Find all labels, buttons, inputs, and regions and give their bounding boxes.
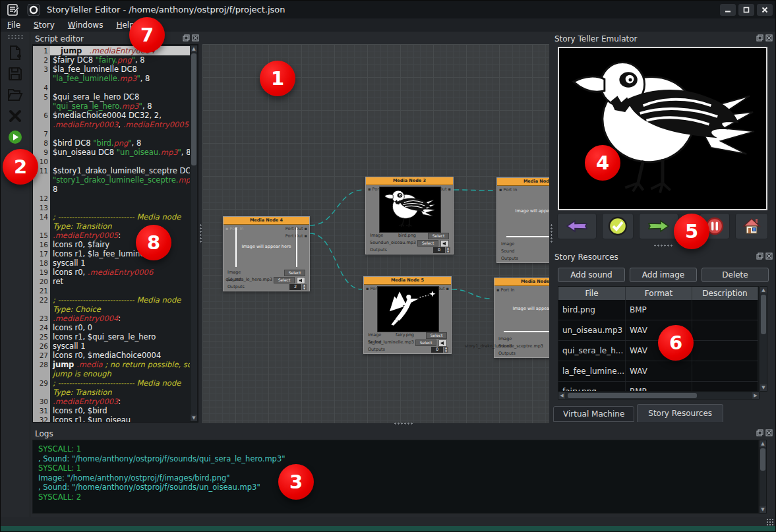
image-select-button[interactable]: Select bbox=[284, 270, 305, 276]
code-line[interactable]: 12 bbox=[33, 194, 190, 203]
node-title[interactable]: Media Node 3 bbox=[366, 177, 453, 185]
code-line[interactable]: 27lcons r0, $mediaChoice0004 bbox=[33, 351, 190, 360]
code-line[interactable]: 10 bbox=[33, 157, 190, 166]
table-row[interactable]: bird.pngBMP bbox=[558, 300, 758, 320]
code-line[interactable]: 11$story1_drako_luminelle_sceptre DC8 bbox=[33, 166, 190, 175]
media-node[interactable]: Media Node 6 ▪ Port In Image will appear… bbox=[494, 278, 549, 358]
menu-file[interactable]: File bbox=[1, 19, 27, 31]
close-icon[interactable] bbox=[765, 429, 773, 436]
close-icon[interactable] bbox=[765, 252, 773, 260]
code-line[interactable]: 28jump .media ; no return possible, so a bbox=[33, 360, 190, 369]
media-node[interactable]: Media Node 3 ▪ Port In Port Out ▪Imagebi… bbox=[365, 177, 454, 254]
node-graph-canvas[interactable]: Media Node 4 ▪ Port In Port Out ▪Port Ou… bbox=[202, 44, 549, 423]
sound-select-button[interactable]: Select bbox=[274, 277, 295, 283]
code-line[interactable]: 29; ---------------------------- Media n… bbox=[33, 378, 190, 388]
code-line[interactable]: "la_fee_luminelle.mp3", 8 bbox=[33, 74, 190, 83]
media-node[interactable]: Media Node 5 ▪ Port In Port Out ▪Imagefa… bbox=[363, 276, 452, 354]
outputs-spinner[interactable]: 0▲▼ bbox=[433, 247, 445, 253]
code-line[interactable]: .mediaEntry0003, .mediaEntry0005 bbox=[33, 120, 190, 129]
add-sound-button[interactable]: Add sound bbox=[558, 268, 625, 282]
title-bar[interactable]: StoryTeller Editor - /home/anthony/ostpr… bbox=[1, 1, 776, 18]
media-node[interactable]: Media Node 2 ▪ Port In Image will appear… bbox=[496, 177, 549, 263]
open-project-button[interactable] bbox=[4, 85, 26, 105]
code-line[interactable]: 4 bbox=[33, 83, 190, 92]
code-line[interactable]: 3$la_fee_luminelle DC8 bbox=[33, 65, 190, 74]
next-button[interactable] bbox=[639, 213, 678, 239]
scroll-left-icon[interactable]: ◀ bbox=[558, 392, 565, 399]
code-line[interactable]: 21 bbox=[33, 286, 190, 295]
code-line[interactable]: jump is enough bbox=[33, 369, 190, 378]
code-line[interactable]: 14; ---------------------------- Media n… bbox=[33, 212, 190, 222]
node-title[interactable]: Media Node 2 bbox=[497, 178, 549, 186]
media-node[interactable]: Media Node 4 ▪ Port In Port Out ▪Port Ou… bbox=[223, 216, 310, 291]
splitter-emulator[interactable] bbox=[653, 244, 673, 247]
scroll-thumb[interactable] bbox=[191, 53, 196, 165]
code-line[interactable]: 31lcons r0, $bird bbox=[33, 406, 190, 415]
code-line[interactable]: 5$qui_sera_le_hero DC8 bbox=[33, 92, 190, 102]
table-row[interactable]: la_fee_lumine...WAV bbox=[558, 361, 758, 382]
code-line[interactable]: 20ret bbox=[33, 277, 190, 286]
scroll-down-icon[interactable]: ▼ bbox=[760, 506, 766, 513]
code-line[interactable]: 19lcons r0, .mediaEntry0006 bbox=[33, 268, 190, 277]
scroll-down-icon[interactable]: ▼ bbox=[191, 415, 197, 421]
save-button[interactable] bbox=[4, 64, 26, 84]
table-row[interactable]: fairy.pngBMP bbox=[558, 382, 758, 392]
float-icon[interactable] bbox=[756, 252, 763, 260]
menu-windows[interactable]: Windows bbox=[61, 19, 110, 31]
ok-button[interactable] bbox=[602, 213, 634, 239]
node-title[interactable]: Media Node 5 bbox=[364, 277, 451, 285]
close-icon[interactable] bbox=[765, 34, 773, 42]
code-line[interactable]: 6$mediaChoice0004 DC32, 2, bbox=[33, 111, 190, 120]
scroll-up-icon[interactable]: ▲ bbox=[760, 440, 766, 447]
float-icon[interactable] bbox=[756, 34, 763, 42]
close-icon[interactable] bbox=[192, 34, 199, 42]
script-editor-scrollbar[interactable]: ▲ ▼ bbox=[190, 45, 198, 422]
code-line[interactable]: 9$un_oiseau DC8 "un_oiseau.mp3", 8 bbox=[33, 148, 190, 157]
add-image-button[interactable]: Add image bbox=[630, 268, 697, 282]
code-line[interactable]: "story1_drako_luminelle_sceptre.mp3", bbox=[33, 175, 190, 185]
logs-scrollbar[interactable]: ▲ ▼ bbox=[759, 440, 767, 514]
image-select-button[interactable]: Select bbox=[426, 332, 447, 339]
splitter-left[interactable] bbox=[199, 223, 202, 243]
toolbar-drag-handle[interactable] bbox=[7, 34, 23, 39]
sound-select-button[interactable]: Select bbox=[415, 340, 436, 346]
code-line[interactable]: 2$fairy DC8 "fairy.png", 8 bbox=[33, 55, 190, 65]
close-project-button[interactable] bbox=[4, 106, 26, 126]
scroll-up-icon[interactable]: ▲ bbox=[760, 287, 767, 293]
resize-grip-icon[interactable] bbox=[766, 518, 774, 525]
table-horizontal-scrollbar[interactable]: ◀ ▶ bbox=[558, 392, 760, 399]
scroll-thumb[interactable] bbox=[761, 295, 766, 334]
code-line[interactable]: 26syscall 1 bbox=[33, 341, 190, 351]
column-header-format[interactable]: Format bbox=[626, 287, 692, 300]
menu-story[interactable]: Story bbox=[27, 19, 61, 31]
node-title[interactable]: Media Node 4 bbox=[224, 217, 309, 225]
new-document-button[interactable] bbox=[4, 43, 26, 63]
code-line-current[interactable]: 1 jump .mediaEntry0004 bbox=[33, 46, 190, 55]
sound-select-button[interactable]: Select bbox=[417, 240, 438, 247]
scroll-thumb[interactable] bbox=[568, 393, 697, 398]
code-line[interactable]: 8$bird DC8 "bird.png", 8 bbox=[33, 138, 190, 148]
node-title[interactable]: Media Node 6 bbox=[494, 278, 549, 286]
run-button[interactable] bbox=[4, 127, 26, 147]
float-icon[interactable] bbox=[183, 34, 190, 42]
outputs-spinner[interactable]: 0▲▼ bbox=[431, 347, 443, 353]
code-line[interactable]: 22; ---------------------------- Media n… bbox=[33, 295, 190, 305]
outputs-spinner[interactable]: 2▲▼ bbox=[289, 284, 301, 290]
logs-output[interactable]: SYSCALL: 1, Sound: "/home/anthony/ostpro… bbox=[32, 440, 759, 514]
previous-button[interactable] bbox=[557, 213, 597, 239]
float-icon[interactable] bbox=[756, 429, 763, 436]
splitter-bottom[interactable] bbox=[394, 422, 413, 425]
scroll-down-icon[interactable]: ▼ bbox=[760, 384, 767, 391]
code-line[interactable]: Type: Choice bbox=[33, 305, 190, 314]
maximize-button[interactable] bbox=[738, 4, 754, 16]
close-window-button[interactable] bbox=[757, 4, 773, 16]
column-header-file[interactable]: File bbox=[558, 287, 626, 300]
minimize-button[interactable] bbox=[720, 4, 736, 16]
code-line[interactable]: 23.mediaEntry0004: bbox=[33, 314, 190, 323]
table-vertical-scrollbar[interactable]: ▲ ▼ bbox=[760, 286, 767, 392]
code-line[interactable]: "qui_sera_le_hero.mp3", 8 bbox=[33, 102, 190, 111]
tab-virtual-machine[interactable]: Virtual Machine bbox=[553, 406, 634, 422]
code-line[interactable]: 32lcons r1, $un_oiseau bbox=[33, 415, 190, 423]
script-editor[interactable]: 1 jump .mediaEntry00042$fairy DC8 "fairy… bbox=[32, 44, 198, 423]
code-line[interactable]: Type: Transition bbox=[33, 222, 190, 231]
